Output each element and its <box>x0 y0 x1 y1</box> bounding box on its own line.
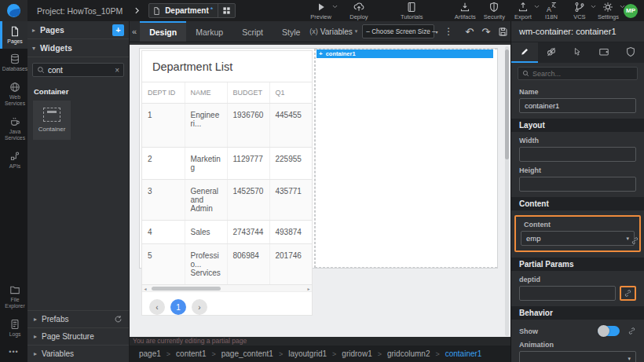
deptid-field-input[interactable] <box>525 289 610 298</box>
table-column-header[interactable]: DEPT ID <box>142 82 185 104</box>
table-row[interactable]: 3General and Admin1452570435771 <box>142 180 312 221</box>
breadcrumb-item-page1[interactable]: page1 <box>139 349 161 358</box>
i18n-button[interactable]: AI18N <box>541 2 562 20</box>
vcs-button[interactable]: VCS <box>569 2 590 20</box>
scrollbar-thumb[interactable] <box>152 287 221 291</box>
editor-tabs: DesignMarkupScriptStyle <box>140 21 309 42</box>
properties-tab-styles[interactable] <box>538 42 565 63</box>
breadcrumb-item-page_content1[interactable]: page_content1 <box>221 349 273 358</box>
table-column-header[interactable]: NAME <box>185 82 227 104</box>
department-data-table[interactable]: Department List DEPT IDNAMEBUDGETQ1 1Eng… <box>141 50 313 316</box>
pagination-prev-button[interactable]: ‹ <box>149 299 165 315</box>
pagination-current-page[interactable]: 1 <box>170 299 186 315</box>
properties-tab-device[interactable] <box>591 42 617 63</box>
scroll-right-icon[interactable]: ▸ <box>306 286 312 291</box>
container-widget-tile[interactable]: Container <box>33 101 71 140</box>
table-row[interactable]: 1Engineeri...1936760445455 <box>142 104 312 148</box>
table-column-header[interactable]: BUDGET <box>227 82 269 104</box>
refresh-icon[interactable] <box>114 315 123 324</box>
collapse-left-panel-button[interactable]: « <box>130 27 140 36</box>
breadcrumb-item-container1[interactable]: container1 <box>445 349 482 358</box>
breadcrumb-item-layoutgrid1[interactable]: layoutgrid1 <box>288 349 327 358</box>
widgets-accordion-header[interactable]: ▾ Widgets <box>27 39 129 57</box>
pages-grid-icon[interactable] <box>218 4 235 17</box>
undo-button[interactable]: ↶ <box>461 26 478 38</box>
tab-style[interactable]: Style <box>273 21 309 42</box>
user-avatar[interactable]: MP <box>624 4 638 18</box>
security-button[interactable]: Security <box>484 2 505 20</box>
breadcrumb-item-gridrow1[interactable]: gridrow1 <box>342 349 371 358</box>
table-row[interactable]: 4Sales2743744493874 <box>142 221 312 244</box>
design-canvas[interactable]: Department List DEPT IDNAMEBUDGETQ1 1Eng… <box>130 42 510 346</box>
tab-script[interactable]: Script <box>232 21 273 42</box>
grid-column-2[interactable]: + container1 <box>315 49 497 268</box>
clear-search-icon[interactable]: × <box>115 66 119 75</box>
properties-search-input[interactable] <box>532 70 633 78</box>
page-surface[interactable]: Department List DEPT IDNAMEBUDGETQ1 1Eng… <box>139 48 498 269</box>
settings-label: Settings <box>598 13 619 20</box>
add-page-button[interactable]: + <box>112 24 124 36</box>
width-field-input[interactable] <box>525 150 631 159</box>
widget-search-box[interactable]: × <box>32 63 124 77</box>
screen-size-select[interactable]: – Choose Screen Size – ▾ <box>362 24 434 38</box>
breadcrumb-item-gridcolumn2[interactable]: gridcolumn2 <box>387 349 430 358</box>
rail-item-label: Pages <box>7 38 22 45</box>
content-select[interactable]: emp ▾ <box>521 231 635 246</box>
scroll-left-icon[interactable]: ◂ <box>142 286 148 291</box>
rail-item-java-services[interactable]: Java Services <box>0 112 27 146</box>
section-behavior: Behavior <box>511 306 644 320</box>
rail-item-databases[interactable]: Databases <box>0 49 27 76</box>
properties-search-box[interactable] <box>518 67 638 80</box>
animation-select[interactable]: ▾ <box>519 351 636 362</box>
variables-accordion-header[interactable]: ▸Variables <box>27 345 129 362</box>
section-content: Content <box>511 197 644 210</box>
rail-item-apis[interactable]: APIs <box>0 146 27 174</box>
top-bar: Project: HowTos_10PM Department * Previe… <box>0 0 644 21</box>
settings-button[interactable]: Settings <box>598 2 619 20</box>
export-button[interactable]: Export <box>513 2 533 20</box>
pagination-next-button[interactable]: › <box>192 299 207 315</box>
canvas-scrollbar-thumb[interactable] <box>505 49 509 159</box>
tab-design[interactable]: Design <box>140 21 186 42</box>
prefabs-accordion-header[interactable]: ▸Prefabs <box>27 310 129 327</box>
height-field-input[interactable] <box>525 180 631 188</box>
grid-column-1[interactable]: Department List DEPT IDNAMEBUDGETQ1 1Eng… <box>140 49 315 268</box>
canvas-toolbar: « DesignMarkupScriptStyle (x) Variables … <box>130 21 510 42</box>
properties-tab-events[interactable] <box>565 42 591 63</box>
name-field-input[interactable] <box>525 101 631 110</box>
show-toggle[interactable] <box>598 326 620 336</box>
preview-button[interactable]: Preview <box>310 2 331 20</box>
table-column-header[interactable]: Q1 <box>269 82 312 104</box>
content-bind-icon[interactable] <box>631 236 639 245</box>
show-bind-icon[interactable] <box>628 327 636 335</box>
canvas-vertical-scrollbar[interactable] <box>505 46 509 336</box>
deptid-bind-icon[interactable] <box>624 289 632 298</box>
tutorials-button[interactable]: Tutorials <box>401 2 423 20</box>
wavemaker-logo[interactable] <box>0 0 27 21</box>
tab-markup[interactable]: Markup <box>186 21 232 42</box>
page-structure-accordion-header[interactable]: ▸Page Structure <box>27 327 129 345</box>
rail-item-logs[interactable]: Logs <box>0 314 27 342</box>
table-horizontal-scrollbar[interactable]: ◂ ▸ <box>142 285 312 292</box>
pages-accordion-header[interactable]: ▸ Pages + <box>27 21 129 39</box>
more-options-icon[interactable]: ⋮ <box>439 26 458 37</box>
properties-tab-security[interactable] <box>617 42 644 63</box>
topbar-left-actions: PreviewDeployTutorials <box>310 2 423 20</box>
selected-container-handle[interactable]: + container1 <box>317 49 493 58</box>
rail-more-icon[interactable]: ••• <box>0 342 27 362</box>
rail-item-file-explorer[interactable]: FileExplorer <box>0 280 27 314</box>
variables-button[interactable]: (x) Variables ▾ <box>309 27 357 36</box>
redo-button[interactable]: ↷ <box>478 26 494 38</box>
current-page-name: Department <box>165 6 209 15</box>
breadcrumb-item-content1[interactable]: content1 <box>176 349 206 358</box>
properties-tab-properties[interactable] <box>511 42 538 63</box>
table-row[interactable]: 5Professio... Services806984201746 <box>142 244 312 285</box>
artifacts-button[interactable]: Artifacts <box>455 2 476 20</box>
rail-item-pages[interactable]: Pages <box>0 21 27 49</box>
rail-item-web-services[interactable]: Web Services <box>0 77 27 112</box>
widget-search-input[interactable] <box>48 66 115 75</box>
page-selector[interactable]: Department * <box>148 3 236 18</box>
table-row[interactable]: 2Marketing1129777225955 <box>142 148 312 180</box>
save-button[interactable] <box>494 27 512 37</box>
deploy-button[interactable]: Deploy <box>349 2 369 20</box>
